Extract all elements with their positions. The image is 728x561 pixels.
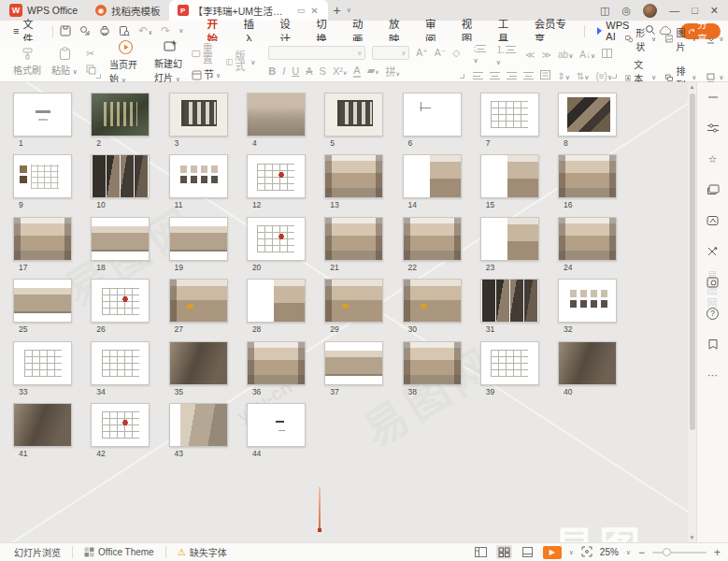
- slide-card-14[interactable]: 14: [403, 154, 464, 209]
- picture-button[interactable]: 图片∨: [665, 25, 696, 53]
- shrink-font-icon[interactable]: A⁻: [435, 47, 447, 58]
- copy-icon[interactable]: [86, 65, 96, 75]
- slide-card-35[interactable]: 35: [169, 341, 230, 396]
- reset-button[interactable]: 重置: [192, 44, 221, 65]
- slide-thumbnail[interactable]: [91, 279, 150, 323]
- slide-card-11[interactable]: 11: [169, 154, 230, 209]
- align-left-icon[interactable]: [473, 72, 483, 79]
- slide-thumbnail[interactable]: [13, 93, 72, 137]
- slide-card-8[interactable]: 8: [558, 93, 619, 148]
- slide-thumbnail[interactable]: [403, 154, 462, 198]
- bold-button[interactable]: B: [268, 65, 276, 77]
- slide-thumbnail[interactable]: [403, 217, 462, 261]
- grow-font-icon[interactable]: A⁺: [416, 47, 428, 58]
- slide-thumbnail[interactable]: [558, 93, 617, 137]
- slide-thumbnail[interactable]: [13, 154, 72, 198]
- pinyin-button[interactable]: 拼∨: [386, 64, 400, 79]
- undo-icon[interactable]: ↶∨: [138, 24, 152, 37]
- slide-thumbnail[interactable]: [558, 341, 617, 385]
- slide-card-37[interactable]: 37: [324, 341, 385, 396]
- star-favorites-icon[interactable]: ☆: [705, 151, 721, 166]
- slide-card-30[interactable]: 30: [403, 279, 464, 334]
- slide-thumbnail[interactable]: [403, 279, 462, 323]
- slide-card-28[interactable]: 28: [247, 279, 307, 334]
- minimize-button[interactable]: —: [669, 6, 679, 16]
- slide-thumbnail[interactable]: [480, 93, 539, 137]
- slide-card-24[interactable]: 24: [558, 217, 619, 272]
- slide-card-12[interactable]: 12: [247, 154, 307, 209]
- skin-settings-icon[interactable]: ◎: [622, 6, 632, 16]
- theme-indicator[interactable]: Office Theme: [78, 547, 161, 557]
- slide-card-19[interactable]: 19: [169, 217, 230, 272]
- slide-card-4[interactable]: 4: [247, 93, 307, 148]
- slide-card-39[interactable]: 39: [480, 341, 541, 396]
- slide-card-15[interactable]: 15: [480, 154, 541, 209]
- text-direction-icon[interactable]: A↓∨: [579, 50, 595, 60]
- slide-sorter-view-button[interactable]: [496, 545, 512, 559]
- slide-card-40[interactable]: 40: [558, 341, 619, 396]
- slide-card-27[interactable]: 27: [169, 279, 230, 334]
- section-button[interactable]: 节∨: [192, 70, 221, 80]
- slide-thumbnail[interactable]: [91, 403, 150, 447]
- slide-card-1[interactable]: 1: [13, 93, 74, 148]
- slide-sorter-canvas[interactable]: 易图网 易图网 yitu-cn 123456789101112131415161…: [0, 82, 688, 542]
- layout-button[interactable]: 版式∨: [226, 51, 255, 72]
- slide-card-33[interactable]: 33: [13, 341, 74, 396]
- slide-card-22[interactable]: 22: [403, 217, 464, 272]
- screenshot-icon[interactable]: [705, 275, 721, 290]
- char-spacing-icon[interactable]: ab∨: [558, 50, 573, 60]
- decrease-indent-icon[interactable]: ≪: [525, 50, 535, 60]
- normal-view-button[interactable]: [473, 545, 489, 559]
- slide-thumbnail[interactable]: [91, 93, 150, 137]
- user-avatar[interactable]: [643, 4, 657, 18]
- zoom-slider[interactable]: [652, 552, 707, 554]
- tab-docer-template[interactable]: ◉ 找稻壳模板: [87, 0, 169, 21]
- slide-card-32[interactable]: 32: [558, 279, 619, 334]
- missing-fonts-warning[interactable]: ⚠ 缺失字体: [171, 545, 234, 559]
- slide-library-icon[interactable]: [705, 182, 721, 197]
- align-right-icon[interactable]: [507, 72, 517, 79]
- dialog-launcher-icon[interactable]: [460, 74, 464, 79]
- slide-thumbnail[interactable]: [13, 279, 72, 323]
- outline-color-icon[interactable]: ∨: [706, 73, 723, 83]
- increase-indent-icon[interactable]: ≫: [542, 50, 551, 60]
- slide-card-9[interactable]: 9: [13, 154, 74, 209]
- reading-view-button[interactable]: [520, 545, 535, 559]
- save-icon[interactable]: [60, 25, 71, 36]
- slide-thumbnail[interactable]: [91, 154, 150, 198]
- tools-icon[interactable]: [705, 244, 721, 259]
- underline-button[interactable]: U: [292, 65, 299, 77]
- slide-card-26[interactable]: 26: [91, 279, 151, 334]
- new-slide-button[interactable]: 新建幻灯片 ∨: [154, 39, 186, 84]
- justify-icon[interactable]: [523, 72, 534, 79]
- slide-card-42[interactable]: 42: [91, 403, 151, 458]
- zoom-in-button[interactable]: +: [714, 547, 721, 558]
- maximize-button[interactable]: □: [692, 6, 698, 16]
- split-screen-icon[interactable]: ◫: [600, 6, 609, 16]
- slide-thumbnail[interactable]: [558, 154, 617, 198]
- slide-thumbnail[interactable]: [403, 93, 462, 137]
- slide-thumbnail[interactable]: [403, 341, 462, 385]
- export-icon[interactable]: [79, 25, 91, 36]
- scroll-down-icon[interactable]: ▼: [688, 535, 696, 540]
- slide-thumbnail[interactable]: [324, 93, 383, 137]
- print-preview-icon[interactable]: [119, 25, 130, 36]
- slide-thumbnail[interactable]: [247, 93, 306, 137]
- slide-card-41[interactable]: 41: [13, 403, 74, 458]
- superscript-button[interactable]: X²∨: [333, 65, 347, 77]
- format-painter-button[interactable]: 格式刷: [11, 47, 43, 77]
- slide-card-34[interactable]: 34: [91, 341, 151, 396]
- numbering-icon[interactable]: ⒈∨: [496, 42, 519, 66]
- slide-thumbnail[interactable]: [13, 217, 72, 261]
- slide-card-20[interactable]: 20: [247, 217, 307, 272]
- slide-thumbnail[interactable]: [13, 403, 72, 447]
- slide-card-10[interactable]: 10: [91, 154, 151, 209]
- smart-format-icon[interactable]: (≡)∨: [595, 71, 612, 81]
- bullets-icon[interactable]: ∶∨: [473, 44, 489, 65]
- font-size-combobox[interactable]: [372, 46, 409, 60]
- distribute-icon[interactable]: [540, 70, 550, 81]
- slide-thumbnail[interactable]: [169, 154, 228, 198]
- shadow-button[interactable]: S: [320, 65, 326, 77]
- slide-card-38[interactable]: 38: [403, 341, 464, 396]
- bookmark-icon[interactable]: [705, 337, 721, 352]
